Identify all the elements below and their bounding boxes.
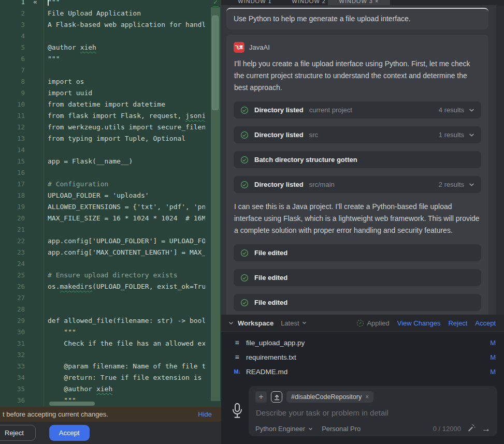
editor-line[interactable]: 30 """	[0, 327, 205, 338]
assistant-paragraph: I can see this is a Java project. I'll c…	[234, 201, 481, 236]
success-check-icon	[240, 106, 249, 114]
fold-icon[interactable]: «	[27, 0, 44, 8]
step-param: src	[309, 131, 318, 139]
tool-step-pill[interactable]: Directory listedcurrent project4 results	[234, 101, 481, 119]
editor-line[interactable]: 34 @return: True if file extension is al…	[0, 372, 205, 383]
workspace-action-reject[interactable]: Reject	[448, 319, 467, 327]
code-text: from werkzeug.utils import secure_filena…	[44, 122, 205, 133]
code-text	[44, 167, 205, 179]
file-row[interactable]: ≡file_upload_app.pyM	[221, 335, 504, 350]
magic-wand-icon[interactable]	[467, 424, 476, 434]
editor-line[interactable]: 6"""	[0, 53, 205, 65]
gutter-spacer	[27, 235, 44, 247]
editor-line[interactable]: 16	[0, 167, 205, 179]
accept-button[interactable]: Accept	[49, 425, 90, 441]
success-check-icon	[240, 274, 249, 282]
line-number: 16	[0, 167, 27, 179]
editor-line[interactable]: 1«"""	[0, 0, 205, 8]
assistant-avatar: 飞算	[234, 42, 244, 53]
editor-line[interactable]: 35 @author xieh	[0, 383, 205, 395]
notice-hide-link[interactable]: Hide	[198, 410, 212, 418]
editor-line[interactable]: 5@author xieh	[0, 42, 205, 53]
editor-line[interactable]: 19ALLOWED_EXTENSIONS = {'txt', 'pdf', 'p…	[0, 201, 205, 213]
reject-button[interactable]: Reject	[0, 425, 36, 441]
gutter-spacer	[27, 338, 44, 349]
code-editor[interactable]: 1«"""2File Upload Application3A Flask-ba…	[0, 0, 221, 444]
editor-scrollbar-thumb[interactable]	[212, 16, 219, 110]
editor-line[interactable]: 14	[0, 144, 205, 156]
editor-line[interactable]: 12from werkzeug.utils import secure_file…	[0, 122, 205, 133]
editor-line[interactable]: 33 @param filename: Name of the file to …	[0, 361, 205, 372]
editor-line[interactable]: 23app.config['MAX_CONTENT_LENGTH'] = MAX…	[0, 247, 205, 258]
editor-line[interactable]: 28	[0, 304, 205, 315]
upload-file-button[interactable]	[271, 391, 282, 403]
applied-status: ✓ Applied	[357, 319, 389, 327]
editor-line[interactable]: 32	[0, 349, 205, 361]
chat-message-list[interactable]: Use Python to help me generate a file up…	[221, 5, 496, 315]
editor-line[interactable]: 27	[0, 292, 205, 304]
context-tag-label: #disableCodeRepository	[291, 393, 362, 401]
editor-line[interactable]: 4	[0, 31, 205, 42]
editor-line[interactable]: 11from flask import Flask, request, json…	[0, 110, 205, 122]
chevron-down-icon[interactable]	[469, 108, 474, 112]
file-row[interactable]: M↓README.mdM	[221, 364, 504, 379]
context-tag-chip[interactable]: #disableCodeRepository ×	[286, 391, 373, 403]
code-text	[44, 304, 205, 315]
tool-step-pill[interactable]: Directory listedsrc/main2 results	[234, 176, 481, 193]
editor-scrollbar[interactable]	[211, 7, 220, 401]
chat-tab[interactable]: WINDOW 1	[226, 0, 283, 5]
editor-line[interactable]: 20MAX_FILE_SIZE = 16 * 1024 * 1024 # 16M…	[0, 213, 205, 224]
tool-step-pill[interactable]: Batch directory structure gotten	[234, 151, 481, 168]
workspace-action-view-changes[interactable]: View Changes	[397, 319, 441, 327]
editor-line[interactable]: 18UPLOAD_FOLDER = 'uploads'	[0, 190, 205, 201]
workspace-action-accept[interactable]: Accept	[475, 319, 496, 327]
editor-line[interactable]: 3A Flask-based web application for handl…	[0, 19, 205, 31]
version-dropdown[interactable]: Latest	[281, 319, 306, 327]
line-number: 33	[0, 361, 27, 372]
line-number: 32	[0, 349, 27, 361]
role-dropdown[interactable]: Python Engineer	[255, 425, 313, 433]
step-results-count: 4 results	[439, 106, 464, 114]
editor-line[interactable]: 36 """	[0, 395, 205, 406]
code-text: app = Flask(__name__)	[44, 156, 205, 167]
file-status-badge: M	[490, 339, 496, 347]
line-number: 7	[0, 65, 27, 76]
editor-line[interactable]: 10from datetime import datetime	[0, 99, 205, 110]
editor-line[interactable]: 25# Ensure upload directory exists	[0, 270, 205, 281]
add-attachment-button[interactable]: +	[255, 391, 267, 403]
tool-step-pill[interactable]: File edited	[234, 244, 481, 261]
assistant-message: 飞算 JavaAI I'll help you create a file up…	[226, 35, 488, 315]
editor-line[interactable]: 13from typing import Tuple, Optional	[0, 133, 205, 144]
input-placeholder[interactable]: Describe your task or problem in detail	[256, 408, 490, 417]
microphone-icon[interactable]	[231, 403, 243, 421]
editor-line[interactable]: 31 Check if the file has an allowed exte…	[0, 338, 205, 349]
tool-step-pill[interactable]: File edited	[234, 269, 481, 286]
gutter-spacer	[27, 156, 44, 167]
editor-line[interactable]: 9import uuid	[0, 87, 205, 99]
editor-line[interactable]: 29def allowed_file(filename: str) -> boo…	[0, 315, 205, 327]
editor-line[interactable]: 22app.config['UPLOAD_FOLDER'] = UPLOAD_F…	[0, 235, 205, 247]
editor-line[interactable]: 15app = Flask(__name__)	[0, 156, 205, 167]
editor-line[interactable]: 2File Upload Application	[0, 8, 205, 19]
editor-line[interactable]: 24	[0, 258, 205, 270]
chat-tab[interactable]: WINDOW 3 ×	[328, 0, 390, 5]
chevron-down-icon[interactable]	[469, 133, 474, 137]
code-text: from datetime import datetime	[44, 99, 205, 110]
editor-line[interactable]: 21	[0, 224, 205, 235]
collapse-chevron-icon[interactable]	[228, 321, 234, 325]
line-number: 36	[0, 395, 27, 406]
tool-step-pill[interactable]: Directory listedsrc1 results	[234, 126, 481, 143]
editor-line[interactable]: 8import os	[0, 76, 205, 87]
editor-line[interactable]: 17# Configuration	[0, 179, 205, 190]
chevron-down-icon[interactable]	[469, 183, 474, 187]
line-number: 14	[0, 144, 27, 156]
tool-step-pill[interactable]: File edited	[234, 294, 481, 311]
editor-horizontal-scrollbar-thumb[interactable]	[49, 402, 95, 406]
editor-line[interactable]: 7	[0, 65, 205, 76]
editor-line[interactable]: 26os.makedirs(UPLOAD_FOLDER, exist_ok=Tr…	[0, 281, 205, 292]
file-row[interactable]: ≡requirements.txtM	[221, 350, 504, 364]
send-button[interactable]: →	[482, 424, 491, 433]
workspace-file-list: ≡file_upload_app.pyM≡requirements.txtMM↓…	[221, 332, 504, 379]
chat-input-box[interactable]: + #disableCodeRepository × Describe your…	[249, 386, 497, 436]
remove-tag-icon[interactable]: ×	[365, 393, 369, 401]
